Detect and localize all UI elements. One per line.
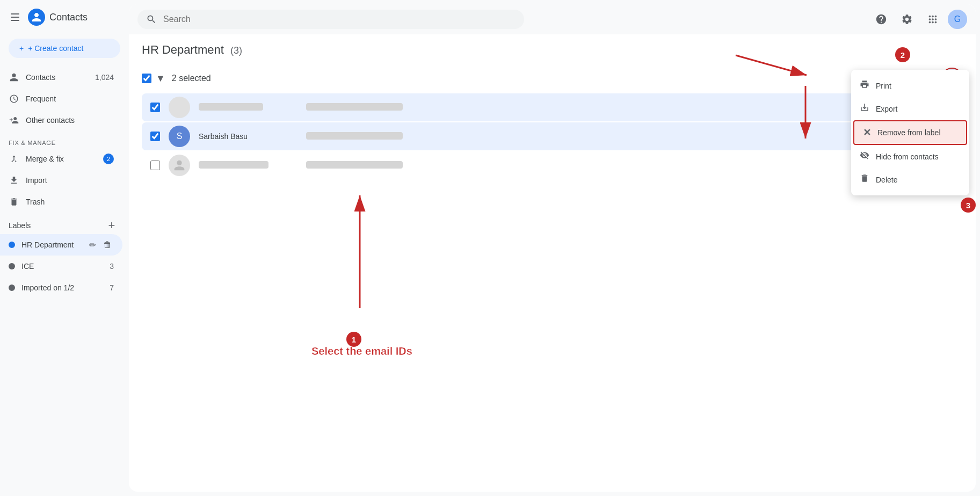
- hamburger-menu[interactable]: [9, 11, 21, 24]
- contact-checkbox-3[interactable]: [150, 161, 160, 170]
- settings-button[interactable]: [896, 9, 918, 30]
- sidebar-item-other-contacts[interactable]: Other contacts: [0, 110, 122, 131]
- ice-name: ICE: [21, 262, 103, 271]
- apps-button[interactable]: [922, 9, 943, 30]
- topbar: G: [129, 4, 976, 34]
- contact-name-1: [199, 103, 263, 111]
- dropdown-item-export[interactable]: Export: [851, 97, 969, 120]
- delete-label-button[interactable]: 🗑: [101, 238, 114, 251]
- plus-icon: +: [19, 44, 24, 53]
- remove-from-label-label: Remove from label: [877, 128, 941, 137]
- labels-title: Labels: [9, 221, 103, 230]
- trash-icon: [9, 196, 19, 207]
- contact-checkbox-1[interactable]: [150, 103, 160, 112]
- sidebar-item-contacts[interactable]: Contacts 1,024: [0, 67, 122, 88]
- contacts-count: 1,024: [95, 73, 114, 82]
- user-avatar[interactable]: G: [948, 10, 967, 29]
- search-icon: [146, 14, 157, 25]
- contact-name-2: Sarbaish Basu: [199, 132, 306, 141]
- svg-text:G: G: [954, 14, 961, 24]
- label-item-ice[interactable]: ICE 3: [0, 256, 122, 277]
- contact-email-3: [306, 161, 403, 169]
- hide-icon: [860, 150, 869, 163]
- sidebar-item-trash[interactable]: Trash: [0, 191, 122, 213]
- contacts-label: Contacts: [26, 73, 89, 82]
- help-button[interactable]: [870, 9, 892, 30]
- create-button-label: + Create contact: [28, 44, 83, 53]
- merge-badge: 2: [103, 154, 114, 164]
- app-logo-icon: [28, 9, 45, 26]
- export-icon: [860, 103, 869, 115]
- instruction-text: Select the email IDs: [311, 345, 412, 358]
- fix-manage-section: Fix & manage: [0, 131, 129, 148]
- print-icon: [860, 79, 869, 92]
- hr-department-dot: [9, 242, 15, 248]
- main-panel: G HR Department (3) ▼ 2 selected: [129, 4, 976, 492]
- dropdown-item-hide[interactable]: Hide from contacts: [851, 145, 969, 168]
- page-title-text: HR Department: [142, 43, 224, 56]
- search-box[interactable]: [137, 10, 524, 29]
- import-label: Import: [26, 176, 114, 185]
- contact-email-1: [306, 103, 403, 111]
- dropdown-item-delete[interactable]: Delete: [851, 168, 969, 191]
- hr-department-name: HR Department: [21, 240, 79, 249]
- ice-count: 3: [110, 262, 114, 271]
- imported-name: Imported on 1/2: [21, 283, 103, 292]
- print-label: Print: [876, 82, 891, 90]
- label-item-imported[interactable]: Imported on 1/2 7: [0, 277, 122, 298]
- contact-avatar-1: [169, 97, 190, 118]
- page-count: (3): [230, 45, 242, 56]
- delete-icon: [860, 173, 869, 186]
- export-label: Export: [876, 105, 897, 113]
- topbar-right: G: [870, 9, 967, 30]
- dropdown-menu: Print Export ✕ Remove from label Hide fr…: [851, 70, 969, 195]
- imported-count: 7: [110, 283, 114, 292]
- merge-icon: [9, 154, 19, 164]
- svg-point-2: [177, 161, 182, 165]
- import-icon: [9, 175, 19, 186]
- contact-name-3: [199, 161, 268, 169]
- labels-section-header: Labels +: [0, 217, 129, 234]
- merge-fix-label: Merge & fix: [26, 155, 97, 163]
- ice-dot: [9, 263, 15, 269]
- dropdown-item-print[interactable]: Print: [851, 74, 969, 97]
- sidebar-header: Contacts: [0, 4, 129, 30]
- annotation-badge-2: 2: [895, 47, 910, 62]
- remove-icon: ✕: [863, 127, 871, 138]
- annotation-badge-1: 1: [346, 332, 361, 347]
- edit-label-button[interactable]: ✏: [86, 238, 99, 251]
- sidebar-item-merge-fix[interactable]: Merge & fix 2: [0, 148, 122, 170]
- selected-count-text: 2 selected: [172, 74, 211, 83]
- contact-email-2: [306, 132, 403, 140]
- frequent-label: Frequent: [26, 94, 114, 103]
- app-logo: Contacts: [28, 9, 88, 26]
- delete-label: Delete: [876, 176, 897, 184]
- other-contacts-label: Other contacts: [26, 116, 114, 125]
- search-input[interactable]: [163, 14, 516, 24]
- select-all-checkbox[interactable]: [142, 74, 151, 83]
- add-label-button[interactable]: +: [103, 217, 120, 234]
- table-row: S Sarbaish Basu HR Department: [142, 122, 963, 150]
- annotation-badge-3: 3: [961, 198, 976, 213]
- dropdown-item-remove-from-label[interactable]: ✕ Remove from label: [853, 120, 967, 145]
- table-row: HR Department: [142, 151, 963, 179]
- create-contact-button[interactable]: + + Create contact: [9, 39, 120, 58]
- app-name: Contacts: [49, 12, 88, 23]
- imported-dot: [9, 285, 15, 291]
- hide-from-contacts-label: Hide from contacts: [876, 152, 939, 161]
- content-area: HR Department (3) ▼ 2 selected: [129, 34, 976, 492]
- sidebar-item-frequent[interactable]: Frequent: [0, 88, 122, 110]
- page-title: HR Department (3): [142, 43, 242, 57]
- contact-checkbox-2[interactable]: [150, 132, 160, 141]
- sidebar: Contacts + + Create contact Contacts 1,0…: [0, 0, 129, 496]
- table-row: HR Department: [142, 93, 963, 121]
- person-add-icon: [9, 115, 19, 126]
- trash-label: Trash: [26, 198, 114, 206]
- contact-avatar-2: S: [169, 126, 190, 147]
- sidebar-item-import[interactable]: Import: [0, 170, 122, 191]
- person-icon: [9, 72, 19, 83]
- selection-bar: ▼ 2 selected: [142, 68, 963, 89]
- label-item-hr-department[interactable]: HR Department ✏ 🗑: [0, 234, 122, 256]
- select-dropdown-arrow[interactable]: ▼: [156, 73, 165, 84]
- recent-icon: [9, 93, 19, 104]
